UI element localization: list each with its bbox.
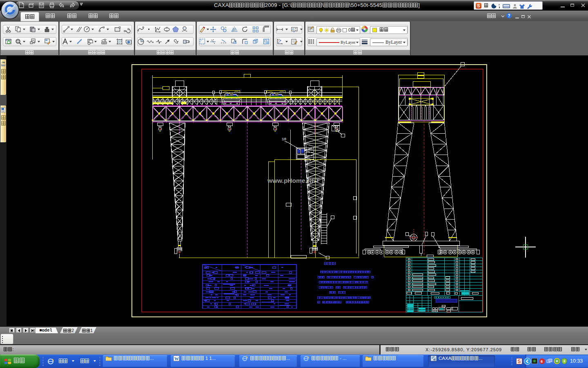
svg-text:www.pHome.NET: www.pHome.NET [267, 177, 320, 184]
svg-text:6: 6 [541, 359, 543, 364]
svg-text:W: W [174, 356, 179, 361]
svg-text:M: M [434, 359, 436, 361]
svg-text:X: X [278, 38, 280, 41]
svg-text:10: 10 [282, 137, 286, 141]
